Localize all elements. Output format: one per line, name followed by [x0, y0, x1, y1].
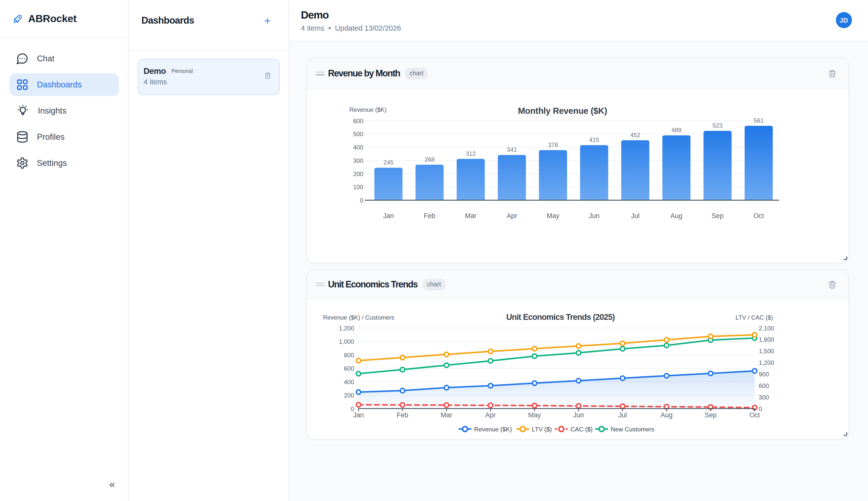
svg-text:1,500: 1,500: [759, 348, 774, 354]
svg-text:561: 561: [753, 117, 763, 124]
svg-text:100: 100: [353, 184, 363, 191]
svg-text:600: 600: [344, 365, 354, 372]
svg-text:312: 312: [465, 150, 476, 157]
svg-text:Feb: Feb: [423, 212, 435, 220]
svg-text:LTV / CAC ($): LTV / CAC ($): [735, 314, 772, 321]
svg-text:May: May: [528, 411, 541, 418]
svg-text:Sep: Sep: [711, 212, 723, 220]
svg-text:Jan: Jan: [383, 212, 393, 220]
svg-text:Jul: Jul: [618, 411, 627, 418]
svg-text:900: 900: [759, 371, 769, 377]
svg-text:Aug: Aug: [670, 212, 682, 220]
svg-text:200: 200: [344, 392, 354, 398]
svg-text:May: May: [546, 212, 559, 220]
svg-text:400: 400: [344, 379, 354, 385]
svg-text:341: 341: [507, 147, 517, 153]
svg-text:523: 523: [712, 122, 722, 129]
svg-text:800: 800: [344, 352, 354, 358]
svg-text:400: 400: [353, 144, 363, 151]
svg-text:Revenue ($K): Revenue ($K): [474, 426, 512, 433]
svg-text:Jul: Jul: [631, 212, 639, 220]
svg-text:500: 500: [353, 131, 363, 138]
svg-text:300: 300: [759, 394, 769, 401]
svg-text:Monthly Revenue ($K): Monthly Revenue ($K): [518, 106, 607, 116]
svg-text:1,200: 1,200: [759, 359, 774, 366]
svg-text:268: 268: [424, 156, 434, 163]
svg-text:Apr: Apr: [485, 411, 496, 418]
svg-text:Sep: Sep: [705, 411, 717, 418]
svg-text:300: 300: [353, 157, 363, 164]
svg-text:1,200: 1,200: [338, 324, 354, 331]
svg-text:600: 600: [759, 382, 769, 389]
svg-text:245: 245: [383, 159, 393, 166]
svg-text:600: 600: [353, 118, 363, 124]
svg-text:Apr: Apr: [506, 212, 517, 220]
svg-text:Unit Economics Trends (2025): Unit Economics Trends (2025): [506, 312, 615, 322]
svg-text:Revenue ($K): Revenue ($K): [349, 106, 386, 113]
svg-text:452: 452: [630, 132, 640, 138]
svg-text:Oct: Oct: [749, 411, 760, 418]
svg-text:CAC ($): CAC ($): [570, 426, 592, 433]
svg-text:Mar: Mar: [465, 212, 476, 220]
svg-text:Jun: Jun: [573, 411, 584, 418]
svg-text:2,100: 2,100: [759, 324, 774, 331]
svg-text:1,800: 1,800: [759, 336, 774, 343]
svg-text:378: 378: [548, 141, 558, 148]
svg-text:1,000: 1,000: [338, 338, 354, 345]
svg-text:Oct: Oct: [753, 212, 764, 220]
svg-text:200: 200: [353, 171, 363, 178]
svg-text:New Customers: New Customers: [610, 426, 654, 433]
svg-text:0: 0: [360, 197, 363, 204]
svg-text:Jan: Jan: [353, 411, 364, 418]
svg-text:415: 415: [589, 137, 599, 143]
svg-text:Jun: Jun: [588, 212, 599, 220]
svg-text:LTV ($): LTV ($): [532, 426, 552, 433]
svg-text:Aug: Aug: [660, 411, 672, 418]
svg-text:Revenue ($K) / Customers: Revenue ($K) / Customers: [323, 314, 394, 321]
svg-text:Feb: Feb: [397, 411, 408, 418]
svg-text:Mar: Mar: [441, 411, 452, 418]
svg-text:489: 489: [671, 127, 681, 134]
